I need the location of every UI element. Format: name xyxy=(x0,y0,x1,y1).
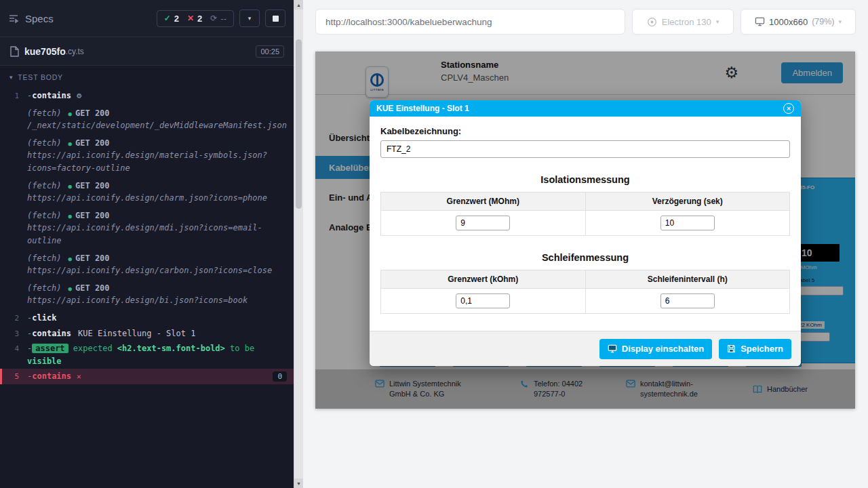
electron-icon xyxy=(647,17,657,27)
collapse-button[interactable]: ▾ xyxy=(239,9,260,27)
fetch-label: (fetch) xyxy=(27,138,62,148)
reporter-header: Specs ✓ 2 ✕ 2 ⟳ -- xyxy=(0,0,294,37)
loop-col-interval: Schleifenintervall (h) xyxy=(585,270,790,289)
command-row-5-failed[interactable]: 5 -contains✕ 0 xyxy=(0,369,294,384)
fetch-log-row[interactable]: (fetch)●GET 200 /_next/static/developmen… xyxy=(0,106,294,134)
iso-delay-input[interactable] xyxy=(660,216,715,230)
isolation-section-title: Isolationsmessung xyxy=(380,174,790,185)
fetch-url: https://api.iconify.design/carbon.json?i… xyxy=(27,264,287,277)
command-row-3[interactable]: 3 -containsKUE Einstellung - Slot 1 xyxy=(0,326,294,342)
status-dot-icon: ● xyxy=(68,256,72,262)
command-method: contains xyxy=(32,371,71,381)
status-dot-icon: ● xyxy=(68,285,72,292)
command-argument: KUE Einstellung - Slot 1 xyxy=(78,329,195,338)
specs-label[interactable]: Specs xyxy=(25,13,54,24)
command-row-4[interactable]: 4 -assert expected <h2.text-sm.font-bold… xyxy=(0,341,294,369)
reporter-controls: ✓ 2 ✕ 2 ⟳ -- ▾ xyxy=(157,9,285,27)
url-input[interactable] xyxy=(315,9,625,35)
fetch-status: GET 200 xyxy=(75,108,110,118)
reporter-scrollbar[interactable]: ▲ ▼ xyxy=(294,0,303,488)
fetch-log-row[interactable]: (fetch)●GET 200 https://api.iconify.desi… xyxy=(0,251,294,279)
spec-file-row[interactable]: kue705fo .cy.ts 00:25 xyxy=(0,37,294,66)
command-log: 1 -contains⚙ (fetch)●GET 200 /_next/stat… xyxy=(0,86,294,384)
status-dot-icon: ● xyxy=(68,110,72,117)
cable-name-input[interactable] xyxy=(380,140,790,158)
isolation-table: Grenzwert (MOhm) Verzögerung (sek) xyxy=(380,192,790,236)
close-icon: ✕ xyxy=(787,106,791,112)
loop-interval-input[interactable] xyxy=(660,293,715,308)
fetch-log-row[interactable]: (fetch)●GET 200 https://api.iconify.desi… xyxy=(0,178,294,206)
check-icon: ✓ xyxy=(164,14,171,23)
fetch-log-row[interactable]: (fetch)●GET 200 https://api.iconify.desi… xyxy=(0,136,294,176)
test-stats: ✓ 2 ✕ 2 ⟳ -- xyxy=(157,10,234,27)
status-dot-icon: ● xyxy=(68,213,72,220)
pending-count: -- xyxy=(220,14,226,24)
command-row-1[interactable]: 1 -contains⚙ xyxy=(0,88,294,104)
fetch-url: /_next/static/development/_devMiddleware… xyxy=(27,119,287,132)
assert-target: <h2.text-sm.font-bold> xyxy=(117,344,225,353)
fetch-label: (fetch) xyxy=(27,253,62,263)
viewport-select[interactable]: 1000x660 (79%) ▾ xyxy=(741,9,856,35)
iso-col-delay: Verzögerung (sek) xyxy=(585,192,790,211)
fail-icon: ✕ xyxy=(187,14,194,23)
stop-button[interactable] xyxy=(265,9,285,27)
app-under-test: LITTWIN Stationsname CPLV4_Maschen ⚙ Abm… xyxy=(315,52,855,409)
display-icon xyxy=(608,344,617,353)
element-count-badge: 0 xyxy=(273,371,287,382)
display-on-button[interactable]: Display einschalten xyxy=(599,339,712,359)
chevron-down-icon: ▾ xyxy=(838,18,842,25)
modal-title: KUE Einstellung - Slot 1 xyxy=(376,104,469,113)
modal-footer: Display einschalten Speichern xyxy=(370,331,801,366)
passed-count: 2 xyxy=(174,14,179,24)
save-button[interactable]: Speichern xyxy=(719,339,791,359)
fetch-label: (fetch) xyxy=(27,283,62,293)
chevron-down-icon: ▾ xyxy=(716,18,719,25)
command-row-2[interactable]: 2 -click xyxy=(0,310,294,326)
viewport-zoom: (79%) xyxy=(812,17,834,26)
fetch-log-row[interactable]: (fetch)●GET 200 https://api.iconify.desi… xyxy=(0,281,294,308)
scroll-up-button[interactable]: ▲ xyxy=(294,0,303,9)
loop-table: Grenzwert (kOhm) Schleifenintervall (h) xyxy=(380,270,790,314)
specs-menu-icon[interactable] xyxy=(8,13,19,24)
status-dot-icon: ● xyxy=(68,140,72,147)
runner-toolbar: Electron 130 ▾ 1000x660 (79%) ▾ xyxy=(303,0,868,35)
modal-header: KUE Einstellung - Slot 1 ✕ xyxy=(370,100,801,117)
test-body-toggle[interactable]: ▾ TEST BODY xyxy=(0,66,294,86)
spec-file-icon xyxy=(9,46,19,57)
runner-panel: Electron 130 ▾ 1000x660 (79%) ▾ LITTWIN xyxy=(303,0,868,488)
fetch-url: https://api.iconify.design/bi.json?icons… xyxy=(27,294,287,307)
scrollbar-thumb[interactable] xyxy=(296,39,302,209)
command-method: click xyxy=(32,313,56,323)
command-number: 2 xyxy=(0,312,19,325)
fetch-url: https://api.iconify.design/material-symb… xyxy=(27,149,287,174)
command-number: 4 xyxy=(0,342,19,367)
command-method: contains xyxy=(32,91,71,100)
fetch-label: (fetch) xyxy=(27,108,62,118)
monitor-icon xyxy=(755,17,765,26)
iso-col-limit: Grenzwert (MOhm) xyxy=(381,192,586,211)
fetch-status: GET 200 xyxy=(75,211,110,220)
command-number: 3 xyxy=(0,327,19,340)
fetch-label: (fetch) xyxy=(27,211,62,220)
iso-limit-input[interactable] xyxy=(456,216,510,230)
loop-limit-input[interactable] xyxy=(456,293,510,308)
stat-pending: ⟳ -- xyxy=(210,14,226,24)
browser-select[interactable]: Electron 130 ▾ xyxy=(632,9,734,35)
test-body-label: TEST BODY xyxy=(18,73,63,81)
spec-name: kue705fo xyxy=(24,46,66,57)
chevron-down-icon: ▾ xyxy=(9,74,13,81)
gear-icon: ⚙ xyxy=(77,91,81,100)
chevron-down-icon: ▾ xyxy=(248,15,252,22)
fetch-status: GET 200 xyxy=(75,138,110,148)
scroll-down-button[interactable]: ▼ xyxy=(294,479,303,488)
status-dot-icon: ● xyxy=(68,183,72,190)
close-button[interactable]: ✕ xyxy=(783,103,794,114)
fetch-log-row[interactable]: (fetch)●GET 200 https://api.iconify.desi… xyxy=(0,208,294,249)
fetch-status: GET 200 xyxy=(75,181,110,190)
stop-icon xyxy=(273,16,279,22)
browser-label: Electron 130 xyxy=(662,17,711,27)
fetch-url: https://api.iconify.design/charm.json?ic… xyxy=(27,192,287,205)
modal-body: Kabelbezeichnung: Isolationsmessung Gren… xyxy=(370,117,801,331)
command-number: 1 xyxy=(0,89,19,102)
viewport-size: 1000x660 xyxy=(769,17,808,27)
